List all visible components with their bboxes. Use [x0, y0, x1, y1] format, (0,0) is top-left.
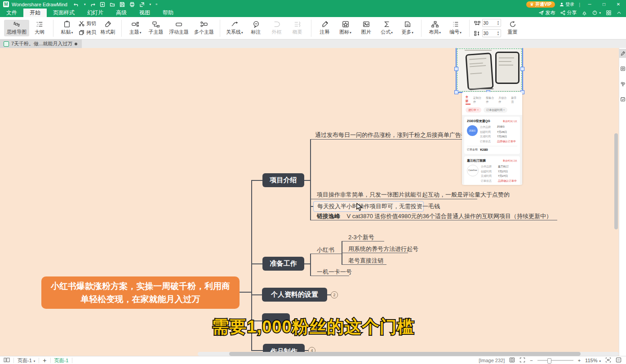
- mindmap-mode-button[interactable]: 思维导图: [4, 20, 29, 36]
- subtopic-button[interactable]: 子主题: [146, 20, 166, 36]
- menu-file[interactable]: 文件: [0, 9, 23, 17]
- page-tab[interactable]: 页面-1: [54, 357, 69, 364]
- vip-button[interactable]: ♛ 开通VIP: [526, 1, 555, 8]
- menu-help[interactable]: 帮助: [156, 9, 180, 17]
- zoom-out-button[interactable]: −: [530, 358, 533, 363]
- v-spacing-value[interactable]: 30: [484, 31, 488, 36]
- floating-topic-button[interactable]: 浮动主题: [166, 20, 191, 36]
- format-painter-button[interactable]: 格式刷: [98, 20, 118, 36]
- undo-icon[interactable]: [74, 1, 80, 7]
- page-panel-icon[interactable]: [4, 357, 10, 364]
- comment-button[interactable]: 注释: [315, 20, 335, 36]
- reset-button[interactable]: 重置: [502, 20, 523, 36]
- layout-button[interactable]: 布局▾: [425, 20, 445, 36]
- formula-button[interactable]: 公式▾: [377, 20, 397, 36]
- login-button[interactable]: 登录: [559, 1, 574, 8]
- branch-node-project[interactable]: 项目介绍: [262, 173, 304, 187]
- page-select-dropdown[interactable]: 页面-1 ▾: [18, 357, 35, 364]
- zoom-slider-knob[interactable]: [547, 358, 551, 364]
- multi-topic-button[interactable]: 多个主题: [191, 20, 217, 36]
- topic-text[interactable]: 用系统的养号方法进行起号: [348, 245, 418, 253]
- paste-button[interactable]: 粘贴▾: [57, 20, 77, 36]
- copy-button[interactable]: 拷贝: [77, 29, 98, 36]
- zoom-in-button[interactable]: +: [578, 358, 581, 363]
- close-button[interactable]: ✕: [613, 2, 623, 7]
- horizontal-scrollbar[interactable]: [198, 352, 619, 356]
- vertical-scrollbar-thumb[interactable]: [614, 133, 618, 229]
- attached-image-orders[interactable]: 全部 定制合作 报备合作 共创合作 新手营 进行中 ˅ 订单创建时间 ˅ ZGE…: [462, 92, 522, 185]
- numbering-button[interactable]: 编号▾: [445, 20, 466, 36]
- clipart-panel-icon[interactable]: [619, 79, 626, 88]
- print-icon[interactable]: [129, 1, 135, 7]
- export-caret-icon[interactable]: ▾: [149, 3, 151, 6]
- topic-text[interactable]: 链接逸峰 V cat3870 送你价值4980元的36个适合普通人操作的互联网项…: [317, 212, 552, 220]
- menu-advanced[interactable]: 高级: [110, 9, 133, 17]
- notification-bell-icon[interactable]: [582, 10, 587, 15]
- branch-node-prepare[interactable]: 准备工作: [262, 257, 304, 271]
- collapse-ribbon-icon[interactable]: [617, 10, 622, 15]
- picture-button[interactable]: 图片: [356, 20, 377, 36]
- style-panel-icon[interactable]: [619, 49, 626, 58]
- fit-selection-icon[interactable]: [605, 357, 611, 364]
- icon-panel-icon[interactable]: [619, 64, 626, 73]
- selected-topic-node[interactable]: 每天投入半小时操作项目即可，无需投资一毛钱: [313, 201, 424, 212]
- topic-button[interactable]: 主题▾: [125, 20, 146, 36]
- document-tab[interactable]: 7天千粉。做...就能月入过万: [0, 39, 82, 48]
- icon-library-button[interactable]: 图标▾: [335, 20, 356, 36]
- export-icon[interactable]: [139, 1, 145, 7]
- connector-line: [240, 292, 252, 293]
- topic-text[interactable]: 通过发布每日一问的作品涨粉，涨到千粉之后接商单广告变现: [315, 131, 473, 139]
- collapse-statusbar-icon[interactable]: [616, 357, 622, 364]
- horizontal-scrollbar-thumb[interactable]: [229, 352, 581, 356]
- outline-mode-button[interactable]: 大纲: [29, 20, 50, 36]
- central-topic-node[interactable]: 小红书爆款涨粉方案，实操一周破千粉，利用商单轻松变现，在家就能月入过万: [41, 276, 240, 309]
- order-filters: 进行中 ˅ 订单创建时间 ˅: [462, 106, 522, 115]
- menu-page-style[interactable]: 页面样式: [47, 9, 81, 17]
- attached-image-phones[interactable]: [456, 48, 523, 93]
- more-button[interactable]: 更多▾: [397, 20, 418, 36]
- cut-button[interactable]: 剪切: [77, 20, 98, 27]
- v-spacing-control[interactable]: 30▲▼: [473, 29, 502, 38]
- connector-line: [310, 139, 462, 140]
- callout-button[interactable]: 标注: [246, 20, 266, 36]
- selection-handle[interactable]: [454, 90, 458, 94]
- topic-text[interactable]: 一机一卡一号: [317, 268, 352, 276]
- menu-view[interactable]: 视图: [133, 9, 156, 17]
- task-panel-icon[interactable]: [619, 95, 626, 104]
- topic-text[interactable]: 老号直接注销: [348, 257, 383, 265]
- minimize-button[interactable]: ─: [585, 2, 595, 7]
- help-icon[interactable]: ?▾: [592, 10, 601, 15]
- more-quick-icon[interactable]: ≡: [155, 3, 157, 6]
- save-icon[interactable]: [119, 1, 125, 7]
- undo-caret-icon[interactable]: ▾: [84, 3, 86, 6]
- relationship-button[interactable]: 关系线▾: [223, 20, 246, 36]
- open-file-icon[interactable]: [109, 1, 115, 7]
- menu-slides[interactable]: 幻灯片: [81, 9, 110, 17]
- topic-text[interactable]: 2-3个新号: [348, 233, 374, 241]
- menu-home[interactable]: 开始: [23, 9, 47, 17]
- collapsed-badge[interactable]: 2: [331, 291, 338, 298]
- publish-button[interactable]: 发布: [539, 9, 555, 16]
- placeholder-line: [468, 88, 493, 89]
- selection-handle[interactable]: [520, 67, 524, 71]
- fullscreen-icon[interactable]: [519, 357, 525, 364]
- maximize-button[interactable]: □: [599, 2, 609, 7]
- share-button[interactable]: 分享: [560, 9, 577, 16]
- zoom-slider[interactable]: [537, 360, 573, 361]
- ribbon-toolbar: 思维导图 大纲 粘贴▾ 剪切 拷贝: [0, 17, 626, 39]
- new-file-icon[interactable]: [99, 1, 105, 7]
- h-spacing-control[interactable]: 30▲▼: [473, 18, 502, 27]
- apps-grid-icon[interactable]: [606, 10, 611, 15]
- v-spacing-icon: [474, 31, 480, 36]
- add-page-button[interactable]: +: [43, 357, 46, 364]
- mindmap-canvas[interactable]: 小红书爆款涨粉方案，实操一周破千粉，利用商单轻松变现，在家就能月入过万 项目介绍…: [0, 48, 619, 356]
- zoom-percent-dropdown[interactable]: 115% ▾: [585, 358, 601, 363]
- fit-window-icon[interactable]: [509, 357, 515, 364]
- topic-text[interactable]: 项目操作非常简单，只发一张图片就能引起互动，一般是评论量大于点赞的: [317, 191, 510, 199]
- redo-icon[interactable]: [89, 1, 95, 7]
- relationship-line-icon: [231, 21, 239, 28]
- selection-handle[interactable]: [454, 67, 458, 71]
- h-spacing-value[interactable]: 30: [484, 21, 488, 26]
- topic-text[interactable]: 小红书: [317, 246, 334, 254]
- branch-node-profile[interactable]: 个人资料的设置: [262, 288, 327, 302]
